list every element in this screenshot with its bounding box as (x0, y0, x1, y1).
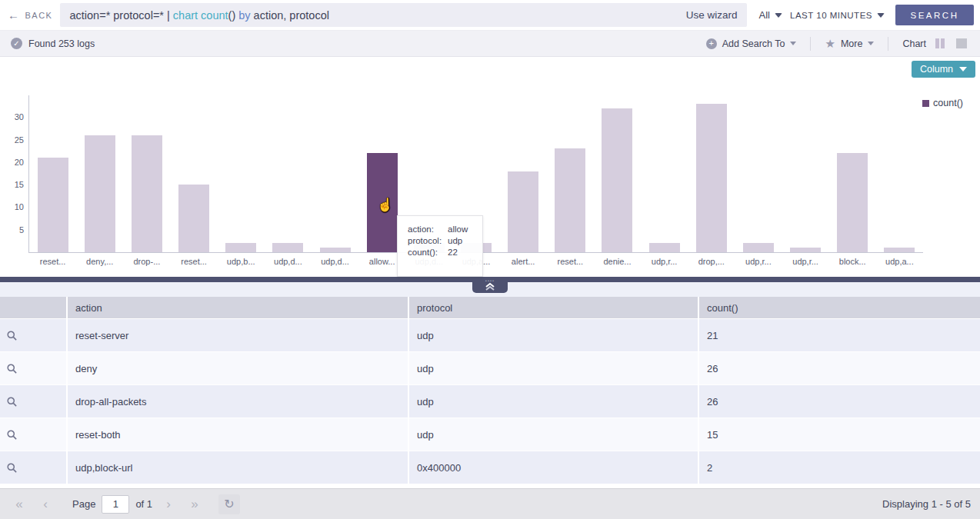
bar[interactable] (320, 248, 351, 252)
search-status: ✓ Found 253 logs (11, 38, 95, 49)
page-number-input[interactable] (102, 495, 129, 514)
chevron-down-icon (775, 13, 782, 18)
query-token: () (228, 9, 239, 22)
double-chevron-up-icon (485, 282, 495, 291)
bar[interactable] (696, 104, 727, 252)
table-row[interactable]: reset-bothudp15 (0, 418, 980, 451)
first-page-button[interactable]: « (9, 494, 29, 514)
column-chart-icon (935, 38, 939, 48)
tooltip-row: count():22 (408, 248, 482, 257)
back-arrow-icon: ← (8, 9, 21, 21)
search-query-input[interactable]: action=* protocol=* | chart count() by a… (60, 3, 746, 27)
cell-protocol: udp (409, 319, 698, 351)
divider (888, 37, 888, 51)
chart-type-dropdown[interactable]: Column (912, 61, 975, 78)
y-tick-label: 5 (19, 225, 24, 235)
panel-divider: •••• (0, 277, 980, 297)
prev-page-button[interactable]: ‹ (35, 494, 55, 514)
bar[interactable] (132, 135, 162, 252)
inspect-row-button[interactable] (6, 429, 18, 441)
bar[interactable] (85, 135, 115, 252)
bar-slot: alert... (500, 95, 547, 252)
x-axis-label: deny,... (86, 257, 113, 266)
bar-slot: drop,... (688, 95, 735, 252)
y-tick-label: 25 (15, 135, 24, 145)
x-axis-label: udp,r... (792, 257, 818, 266)
check-circle-icon: ✓ (11, 38, 22, 49)
table-row[interactable]: denyudp26 (0, 352, 980, 384)
bar[interactable] (225, 243, 256, 252)
chevron-down-icon (959, 67, 967, 72)
scope-dropdown[interactable]: All (759, 9, 782, 21)
search-button[interactable]: SEARCH (895, 5, 974, 25)
inspect-row-button[interactable] (6, 363, 18, 374)
tooltip-value: allow (448, 225, 468, 234)
bar[interactable] (790, 248, 821, 252)
column-chart-view-button[interactable] (932, 37, 948, 51)
table-view-button[interactable] (954, 37, 969, 51)
bar[interactable] (508, 171, 538, 252)
magnifier-icon (6, 330, 18, 341)
cell-action: deny (68, 352, 408, 384)
y-tick-label: 15 (15, 180, 24, 189)
inspect-row-button[interactable] (6, 462, 18, 474)
chevron-down-icon (790, 42, 796, 45)
last-page-button[interactable]: » (185, 494, 205, 514)
tooltip-label: count(): (408, 248, 448, 257)
row-icon-cell (0, 418, 66, 451)
inspect-row-button[interactable] (6, 396, 18, 408)
cell-count: 15 (699, 418, 980, 451)
cell-action: udp,block-url (68, 451, 408, 484)
bar[interactable] (602, 108, 632, 252)
bar[interactable] (178, 185, 209, 252)
cell-count: 26 (699, 385, 980, 418)
back-button[interactable]: ← BACK (6, 9, 60, 21)
top-search-bar: ← BACK action=* protocol=* | chart count… (0, 0, 980, 31)
x-axis-label: udp,r... (745, 257, 772, 266)
column-header-count[interactable]: count() (699, 297, 980, 318)
x-axis-label: drop,... (698, 257, 725, 266)
bar-slot: drop-... (123, 95, 170, 252)
bar[interactable] (649, 243, 680, 252)
x-axis-label: udp,d... (321, 257, 349, 266)
inspect-row-button[interactable] (6, 330, 18, 341)
more-dropdown[interactable]: ★ More (825, 37, 874, 51)
table-row[interactable]: reset-serverudp21 (0, 319, 980, 351)
table-row[interactable]: drop-all-packetsudp26 (0, 385, 980, 418)
collapse-panel-handle[interactable]: •••• (472, 277, 508, 293)
y-tick-label: 20 (15, 158, 24, 167)
bar-slot: udp,b... (218, 95, 265, 252)
bar[interactable] (555, 148, 585, 252)
bar-slot: block... (829, 95, 876, 252)
cell-count: 21 (699, 319, 980, 351)
bar[interactable] (884, 248, 915, 252)
tooltip-row: action:allow (408, 225, 482, 234)
tooltip-row: protocol:udp (408, 236, 482, 245)
row-icon-cell (0, 385, 66, 418)
add-search-to-dropdown[interactable]: + Add Search To (706, 38, 797, 49)
x-axis-label: allow... (369, 257, 395, 266)
cell-count: 2 (699, 451, 980, 484)
cell-count: 26 (699, 352, 980, 384)
next-page-button[interactable]: › (158, 494, 178, 514)
column-header-action[interactable]: action (68, 297, 408, 318)
column-header-protocol[interactable]: protocol (409, 297, 698, 318)
bar[interactable] (272, 243, 303, 252)
bar[interactable] (743, 243, 774, 252)
table-row[interactable]: udp,block-url0x4000002 (0, 451, 980, 484)
row-icon-cell (0, 451, 66, 484)
bar-slot: udp,a... (876, 95, 923, 252)
use-wizard-link[interactable]: Use wizard (675, 9, 738, 21)
cell-action: reset-both (68, 418, 408, 451)
x-axis-label: udp,r... (652, 257, 678, 266)
bar[interactable] (837, 153, 868, 252)
hand-cursor-icon: ☝ (377, 197, 393, 213)
page-label: Page (72, 498, 95, 510)
refresh-button[interactable]: ↻ (218, 494, 240, 514)
bar[interactable] (38, 158, 68, 252)
cell-protocol: udp (409, 352, 698, 384)
time-range-dropdown[interactable]: LAST 10 MINUTES (790, 11, 885, 20)
query-token: action=* protocol=* | (69, 9, 172, 22)
table-header-icon-cell (0, 297, 66, 318)
x-axis-label: denie... (603, 257, 631, 266)
